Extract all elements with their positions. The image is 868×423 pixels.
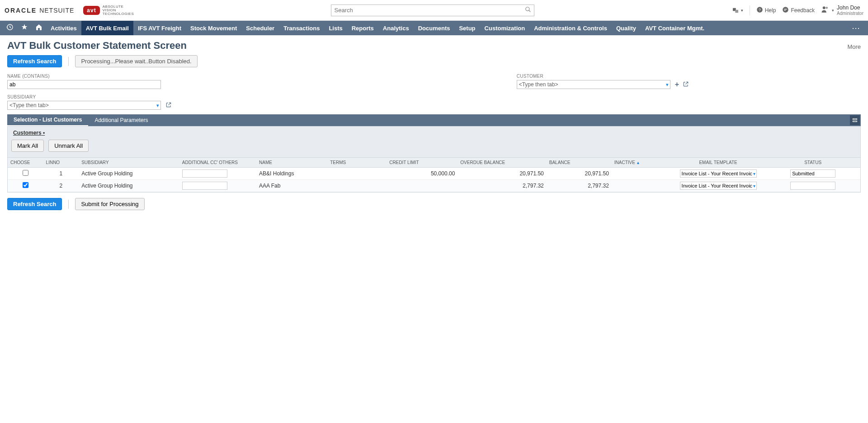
open-external-icon[interactable] [683,81,689,89]
subsidiary-label: SUBSIDIARY [7,94,172,99]
customer-label: CUSTOMER [517,74,689,79]
help-icon: ? [756,6,763,14]
search-input[interactable] [334,7,525,14]
nav-item-setup[interactable]: Setup [454,21,480,35]
submit-for-processing-button[interactable]: Submit for Processing [75,198,144,210]
cell-cc-input[interactable] [182,182,227,190]
help-link[interactable]: ? Help [756,6,776,14]
cell-balance: 2,797.32 [547,180,612,192]
chevron-down-icon[interactable]: ▾ [753,171,755,176]
chevron-down-icon[interactable]: ▾ [753,183,755,188]
mark-all-button[interactable]: Mark All [11,140,44,152]
cell-overdue: 2,797.32 [458,180,546,192]
col-choose[interactable]: CHOOSE [8,158,43,168]
unmark-all-button[interactable]: Unmark All [48,140,89,152]
history-icon[interactable] [3,24,17,33]
row-checkbox[interactable] [23,170,28,176]
separator [68,57,69,66]
user-menu[interactable]: ▾ John Doe Administrator [821,5,863,16]
add-icon[interactable]: + [675,80,679,89]
svg-point-0 [526,7,529,11]
nav-item-quality[interactable]: Quality [612,21,641,35]
more-link[interactable]: More [847,43,861,50]
nav-item-lists[interactable]: Lists [324,21,347,35]
svg-rect-11 [853,121,857,122]
svg-point-7 [823,6,826,9]
refresh-search-button-bottom[interactable]: Refresh Search [7,198,62,210]
table-row[interactable]: 2Active Group HoldingAAA Fab2,797.322,79… [8,180,860,192]
col-template[interactable]: EMAIL TEMPLATE [659,158,778,168]
cell-cc-input[interactable] [182,169,227,178]
netsuite-logo: NETSUITE [39,7,74,14]
svg-rect-10 [853,119,857,120]
col-balance[interactable]: BALANCE [547,158,612,168]
name-input[interactable] [7,80,161,89]
cell-name: AB&I Holdings [256,168,327,180]
svg-text:?: ? [759,7,761,12]
open-external-icon[interactable] [165,102,172,109]
cell-terms [327,180,387,192]
tab-view-toggle-icon[interactable] [850,115,860,125]
separator [68,200,69,209]
nav-item-administration-controls[interactable]: Administration & Controls [529,21,612,35]
nav-overflow[interactable]: ⋯ [846,23,865,33]
customer-input[interactable] [517,80,670,89]
cell-status-input[interactable] [790,182,835,190]
search-icon[interactable] [525,6,531,14]
subsidiary-field: SUBSIDIARY ▾ [7,94,172,110]
svg-point-6 [783,7,789,13]
name-label: NAME (CONTAINS) [7,74,172,79]
col-status[interactable]: STATUS [778,158,849,168]
col-terms[interactable]: TERMS [327,158,387,168]
nav-item-avt-container-mgmt-[interactable]: AVT Container Mgmt. [641,21,709,35]
row-checkbox[interactable] [23,182,28,188]
refresh-search-button[interactable]: Refresh Search [7,55,62,67]
col-subsidiary[interactable]: SUBSIDIARY [79,158,179,168]
cell-template-input[interactable] [680,169,757,178]
svg-line-1 [529,10,531,12]
language-icon[interactable]: ▾ [732,7,743,14]
global-search[interactable] [331,5,534,16]
col-overdue[interactable]: OVERDUE BALANCE [458,158,546,168]
nav-item-scheduler[interactable]: Scheduler [241,21,279,35]
customers-title[interactable]: Customers • [11,130,45,136]
svg-point-8 [826,7,828,9]
cell-subsidiary: Active Group Holding [79,180,179,192]
tab-selection-list[interactable]: Selection - List Customers [7,114,88,126]
col-inactive[interactable]: INACTIVE▲ [612,158,659,168]
name-contains-field: NAME (CONTAINS) [7,74,172,89]
nav-item-ifs-avt-freight[interactable]: IFS AVT Freight [133,21,186,35]
nav-item-activities[interactable]: Activities [46,21,81,35]
col-linno[interactable]: LINNO [43,158,79,168]
tab-additional-params[interactable]: Additional Parameters [88,114,154,126]
cell-terms [327,168,387,180]
cell-credit [387,180,458,192]
feedback-link[interactable]: Feedback [782,6,815,14]
col-credit[interactable]: CREDIT LIMIT [387,158,458,168]
nav-item-analytics[interactable]: Analytics [378,21,414,35]
table-row[interactable]: 1Active Group HoldingAB&I Holdings50,000… [8,168,860,180]
cell-linno: 1 [43,168,79,180]
nav-item-avt-bulk-email[interactable]: AVT Bulk Email [81,21,133,35]
cell-credit: 50,000.00 [387,168,458,180]
favorites-icon[interactable] [17,24,32,33]
nav-item-transactions[interactable]: Transactions [279,21,324,35]
home-icon[interactable] [32,24,46,33]
cell-status-input[interactable] [790,169,835,178]
top-header: ORACLE NETSUITE avt ABSOLUTE VISION TECH… [0,0,868,21]
cell-inactive [612,168,659,180]
nav-item-documents[interactable]: Documents [414,21,455,35]
avt-logo: avt ABSOLUTE VISION TECHNOLOGIES [83,5,134,16]
col-cc[interactable]: ADDITIONAL CC' OTHERS [179,158,256,168]
col-name[interactable]: NAME [256,158,327,168]
nav-item-reports[interactable]: Reports [347,21,378,35]
cell-overdue: 20,971.50 [458,168,546,180]
main-nav: ActivitiesAVT Bulk EmailIFS AVT FreightS… [0,21,868,35]
nav-item-stock-movement[interactable]: Stock Movement [186,21,241,35]
nav-item-customization[interactable]: Customization [480,21,530,35]
cell-linno: 2 [43,180,79,192]
customer-field: CUSTOMER ▾ + [517,74,689,89]
subsidiary-input[interactable] [7,101,161,110]
cell-name: AAA Fab [256,180,327,192]
cell-template-input[interactable] [680,182,757,190]
